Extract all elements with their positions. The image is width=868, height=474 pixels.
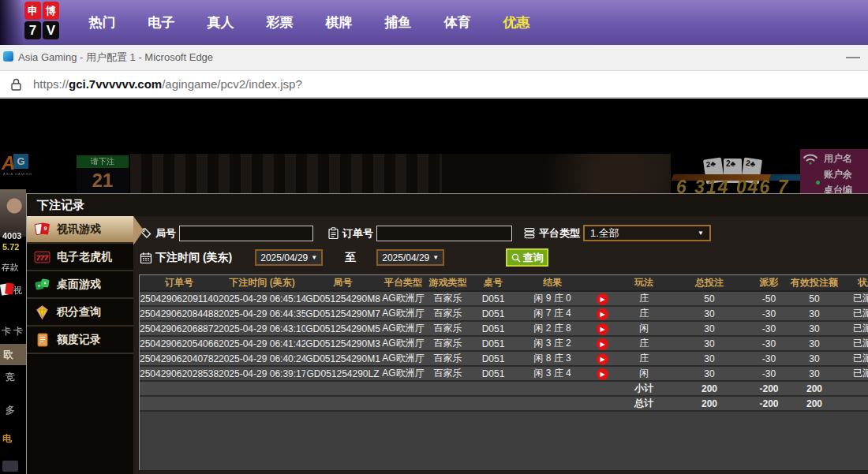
menu-item-cut[interactable]: 多 — [6, 404, 15, 417]
cell-replay[interactable]: ▶ — [588, 306, 616, 321]
col-header-payout: 派彩 — [747, 275, 791, 291]
wifi-icon — [802, 152, 819, 166]
sidebar-item-3[interactable]: 积分查询 — [27, 299, 133, 327]
cell-platform: AG欧洲厅 — [380, 351, 426, 366]
grand-total-spacer — [140, 396, 616, 411]
video-games-menu-cut[interactable]: 视 — [1, 282, 22, 297]
cell-replay[interactable]: ▶ — [588, 366, 616, 381]
bet-table-area: 订单号下注时间 (美东)局号平台类型游戏类型桌号结果玩法总投注派彩有效投注额状态… — [139, 274, 868, 470]
url-domain: gci.7vvvvvv.com — [69, 77, 162, 91]
bet-table: 订单号下注时间 (美东)局号平台类型游戏类型桌号结果玩法总投注派彩有效投注额状态… — [140, 275, 868, 412]
order-id-input[interactable] — [376, 226, 512, 241]
cell-payout: -30 — [747, 366, 791, 381]
cell-table-no: D051 — [470, 336, 517, 351]
replay-icon[interactable]: ▶ — [597, 368, 608, 380]
menu-item-cut[interactable]: 电 — [2, 432, 12, 446]
cell-result: 闲 2 庄 8 — [517, 321, 588, 336]
subtotal-total-bet: 200 — [672, 381, 747, 396]
subtotal-spacer — [140, 381, 616, 396]
col-header-status: 状态 — [838, 275, 868, 291]
round-id-label: 局号 — [155, 226, 176, 241]
cell-replay[interactable]: ▶ — [588, 291, 616, 306]
cell-play: 庄 — [616, 351, 672, 366]
sidebar-item-1[interactable]: 777电子老虎机 — [27, 244, 133, 271]
cell-game-type: 百家乐 — [426, 351, 470, 366]
cell-total-bet: 30 — [672, 366, 747, 381]
slot-777-icon: 777 — [33, 249, 51, 265]
cell-replay[interactable]: ▶ — [588, 351, 616, 366]
logo-tile-v: V — [43, 21, 59, 39]
logo-tile-bo: 博 — [43, 2, 59, 20]
cell-payout: -50 — [747, 291, 791, 306]
cell-platform: AG欧洲厅 — [380, 321, 426, 336]
nav-item-promo[interactable]: 优惠 — [487, 0, 546, 45]
nav-item-sports[interactable]: 体育 — [428, 0, 487, 45]
cell-round-id: GD051254290LZ — [305, 366, 380, 381]
cell-result: 闲 3 庄 4 — [517, 366, 588, 381]
grand-total-valid-bet: 200 — [791, 396, 838, 411]
cell-platform: AG欧洲厅 — [380, 291, 426, 306]
nav-menu: 热门 电子 真人 彩票 棋牌 捕鱼 体育 优惠 — [73, 0, 546, 45]
bet-countdown: 21 — [77, 168, 129, 193]
betting-records-modal: 下注记录 9视讯游戏777电子老虎机桌面游戏积分查询额度记录 局号 — [26, 193, 868, 474]
nav-item-slots[interactable]: 电子 — [132, 0, 191, 45]
menu-item-cut[interactable]: 卡卡 — [2, 325, 25, 338]
window-title: Asia Gaming - 用户配置 1 - Microsoft Edge — [18, 45, 213, 70]
address-bar[interactable]: https://gci.7vvvvvv.com/agingame/pcv2/in… — [0, 71, 868, 99]
url-text[interactable]: https://gci.7vvvvvv.com/agingame/pcv2/in… — [33, 71, 302, 97]
nav-item-lottery[interactable]: 彩票 — [250, 0, 309, 45]
replay-icon[interactable]: ▶ — [597, 338, 608, 350]
cell-valid-bet: 30 — [791, 366, 838, 381]
platform-type-select[interactable]: 1.全部 ▼ — [583, 225, 711, 241]
cell-valid-bet: 30 — [791, 336, 838, 351]
account-number: 4003 — [2, 231, 21, 241]
sidebar-item-label: 桌面游戏 — [57, 278, 101, 292]
round-id-input[interactable] — [179, 226, 313, 241]
cell-replay[interactable]: ▶ — [588, 336, 616, 351]
underlying-left-sidebar: 4003 5.72 存款 视 卡卡 欧 竞 多 电 — [0, 189, 26, 474]
nav-item-hot[interactable]: 热门 — [73, 0, 132, 45]
cell-replay[interactable]: ▶ — [588, 321, 616, 336]
minimize-button[interactable] — [846, 57, 860, 58]
sidebar-item-2[interactable]: 桌面游戏 — [27, 271, 133, 299]
table-row: 2504290620540662025-04-29 06:41:42GD0512… — [140, 336, 868, 351]
replay-icon[interactable]: ▶ — [597, 353, 608, 365]
clipboard-icon — [327, 227, 339, 240]
nav-item-live[interactable]: 真人 — [191, 0, 250, 45]
nav-item-fishing[interactable]: 捕鱼 — [369, 0, 428, 45]
replay-icon[interactable]: ▶ — [597, 293, 608, 305]
cell-bet-time: 2025-04-29 06:41:42 — [219, 336, 305, 351]
asia-gaming-logo: A G ASIA GAMING — [2, 151, 36, 179]
date-to-picker[interactable]: 2025/04/29 ▼ — [376, 249, 444, 266]
cards-icon: 9 — [33, 222, 51, 237]
search-button[interactable]: 查询 — [506, 248, 548, 267]
cell-platform: AG欧洲厅 — [380, 336, 426, 351]
replay-icon[interactable]: ▶ — [597, 308, 608, 320]
sidebar-item-label: 电子老虎机 — [57, 250, 112, 264]
order-id-label: 订单号 — [342, 226, 373, 241]
cell-status: 已派彩 — [838, 351, 868, 366]
platform-type-value: 1.全部 — [590, 226, 619, 241]
filter-row-2: 下注时间 (美东) 2025/04/29 ▼ 至 2025/04/29 ▼ — [140, 248, 548, 267]
cell-table-no: D051 — [470, 351, 517, 366]
site-logo[interactable]: 申 博 7 V — [24, 2, 59, 39]
cell-play: 闲 — [616, 366, 672, 381]
subtotal-row: 小计200-200200 — [140, 381, 868, 396]
cell-game-type: 百家乐 — [426, 291, 470, 306]
nav-item-board[interactable]: 棋牌 — [309, 0, 369, 45]
menu-item-cut[interactable]: 竞 — [6, 371, 15, 384]
replay-icon[interactable]: ▶ — [597, 323, 608, 335]
sidebar-item-4[interactable]: 额度记录 — [27, 327, 133, 354]
cell-result: 闲 3 庄 2 — [517, 336, 588, 351]
cell-order-id: 250429062091140 — [140, 291, 219, 306]
table-row: 2504290620285382025-04-29 06:39:17GD0512… — [140, 366, 868, 381]
cell-result: 闲 7 庄 4 — [517, 306, 588, 321]
sidebar-item-0[interactable]: 9视讯游戏 — [27, 216, 133, 244]
video-games-label-cut: 视 — [13, 286, 22, 295]
date-from-picker[interactable]: 2025/04/29 ▼ — [255, 249, 323, 266]
search-button-label: 查询 — [523, 251, 544, 265]
date-to-value: 2025/04/29 — [382, 252, 429, 263]
deposit-link[interactable]: 存款 — [2, 262, 19, 274]
lock-icon — [10, 78, 22, 91]
menu-item-active-cut[interactable]: 欧 — [0, 344, 26, 365]
